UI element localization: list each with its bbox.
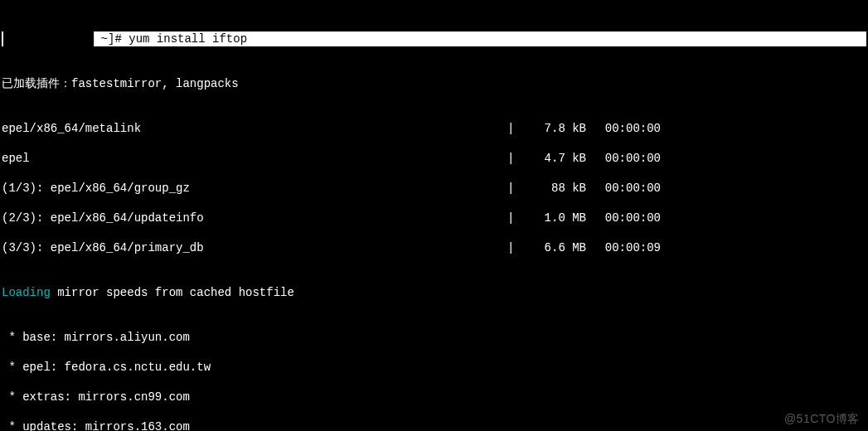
mirror-line: * updates: mirrors.163.com	[2, 419, 866, 431]
mirror-line: * base: mirrors.aliyun.com	[2, 330, 866, 345]
fetch-row: epel|4.7 kB00:00:00	[2, 151, 866, 166]
loading-rest: mirror speeds from cached hostfile	[51, 286, 294, 299]
terminal-output[interactable]: [█████ ██████ ~]# yum install iftop 已加载插…	[0, 0, 868, 431]
fetch-size: 7.8 kB	[528, 121, 586, 136]
fetch-size: 4.7 kB	[528, 151, 586, 166]
fetch-eta: 00:00:00	[586, 121, 661, 136]
fetch-row: epel/x86_64/metalink|7.8 kB00:00:00	[2, 121, 866, 136]
fetch-name: epel	[2, 151, 507, 166]
fetch-size: 88 kB	[528, 181, 586, 196]
fetch-sep: |	[507, 240, 528, 255]
watermark: @51CTO博客	[784, 411, 860, 426]
command-text: yum install iftop	[129, 31, 247, 46]
fetch-size: 1.0 MB	[528, 211, 586, 225]
plugins-line: 已加载插件：fastestmirror, langpacks	[2, 76, 866, 91]
loading-prefix: Loading	[2, 286, 51, 299]
fetch-eta: 00:00:09	[586, 240, 661, 255]
mirror-line: * extras: mirrors.cn99.com	[2, 390, 866, 404]
fetch-sep: |	[507, 151, 528, 166]
fetch-size: 6.6 MB	[528, 240, 586, 255]
loading-line: Loading mirror speeds from cached hostfi…	[2, 285, 866, 300]
fetch-eta: 00:00:00	[586, 211, 661, 225]
fetch-name: (3/3): epel/x86_64/primary_db	[2, 240, 507, 255]
fetch-eta: 00:00:00	[586, 151, 661, 166]
fetch-row: (3/3): epel/x86_64/primary_db|6.6 MB00:0…	[2, 240, 866, 255]
fetch-sep: |	[507, 181, 528, 196]
prompt-suffix: ~]#	[94, 31, 129, 46]
prompt-redacted: [█████ ██████	[3, 31, 94, 46]
fetch-row: (2/3): epel/x86_64/updateinfo|1.0 MB00:0…	[2, 211, 866, 225]
fetch-name: (1/3): epel/x86_64/group_gz	[2, 181, 507, 196]
fetch-row: (1/3): epel/x86_64/group_gz|88 kB00:00:0…	[2, 181, 866, 196]
fetch-sep: |	[507, 121, 528, 136]
prompt-line: [█████ ██████ ~]# yum install iftop	[2, 31, 866, 46]
fetch-eta: 00:00:00	[586, 181, 661, 196]
mirror-line: * epel: fedora.cs.nctu.edu.tw	[2, 360, 866, 375]
fetch-name: (2/3): epel/x86_64/updateinfo	[2, 211, 507, 225]
fetch-sep: |	[507, 211, 528, 225]
fetch-name: epel/x86_64/metalink	[2, 121, 507, 136]
